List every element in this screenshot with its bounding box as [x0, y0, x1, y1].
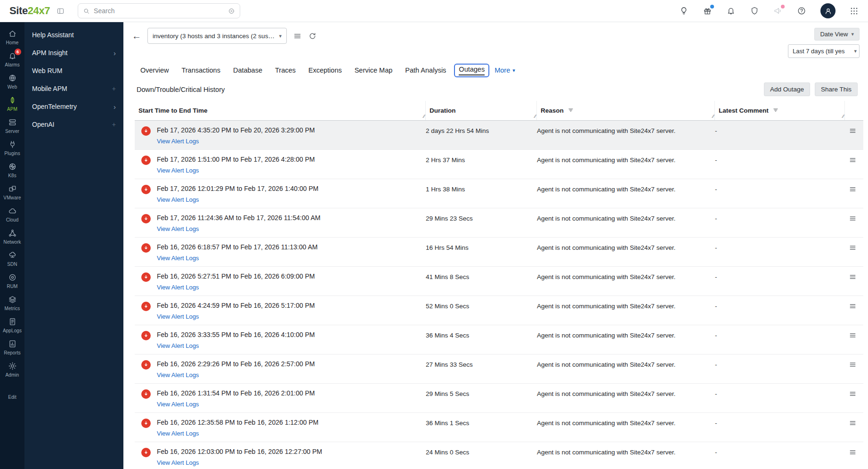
row-actions-icon[interactable] — [849, 448, 857, 456]
sidebar-item-sdn[interactable]: SDN — [0, 247, 24, 270]
column-header-start-time-to-end-time[interactable]: Start Time to End Time ∕∕ — [135, 101, 426, 120]
view-alert-logs-link[interactable]: View Alert Logs — [157, 138, 199, 145]
sidebar-item-plugins[interactable]: Plugins — [0, 137, 24, 159]
outage-comment: - — [715, 296, 845, 325]
outage-row: Feb 16, 2026 3:33:55 PM to Feb 16, 2026 … — [135, 325, 863, 354]
row-actions-icon[interactable] — [849, 390, 857, 398]
view-alert-logs-link[interactable]: View Alert Logs — [157, 196, 199, 203]
filter-icon[interactable] — [568, 107, 575, 114]
tab-more[interactable]: More ▾ — [493, 64, 517, 77]
idea-icon[interactable] — [679, 6, 689, 16]
chevron-right-icon: › — [114, 49, 116, 57]
down-status-icon — [141, 272, 151, 282]
view-alert-logs-link[interactable]: View Alert Logs — [157, 342, 199, 349]
row-actions-icon[interactable] — [849, 361, 857, 369]
sidebar-item-web[interactable]: Web — [0, 70, 24, 92]
search-input[interactable] — [94, 7, 224, 15]
clear-search-icon[interactable] — [228, 8, 235, 15]
flyout-item-mobile-apm[interactable]: Mobile APM + — [24, 80, 123, 98]
row-actions-icon[interactable] — [849, 214, 857, 222]
view-alert-logs-link[interactable]: View Alert Logs — [157, 167, 199, 174]
row-actions-icon[interactable] — [849, 419, 857, 427]
row-actions-icon[interactable] — [849, 127, 857, 135]
sidebar-item-network[interactable]: Network — [0, 225, 24, 247]
back-arrow-icon[interactable]: ← — [132, 31, 141, 41]
monitor-select[interactable]: inventory (3 hosts and 3 instances (2 su… — [147, 28, 287, 44]
whats-new-icon[interactable] — [703, 6, 712, 16]
sidebar-item-rum[interactable]: RUM — [0, 270, 24, 292]
sidebar-item-server[interactable]: Server — [0, 115, 24, 137]
add-outage-button[interactable]: Add Outage — [764, 82, 810, 96]
share-this-button[interactable]: Share This — [815, 82, 858, 96]
list-view-icon[interactable] — [293, 32, 302, 41]
outage-comment: - — [715, 238, 845, 266]
filter-icon[interactable] — [772, 107, 779, 114]
help-icon[interactable] — [797, 6, 806, 16]
sidebar-item-admin[interactable]: Admin — [0, 358, 24, 380]
row-actions-icon[interactable] — [849, 273, 857, 281]
tab-traces[interactable]: Traces — [270, 64, 300, 77]
view-alert-logs-link[interactable]: View Alert Logs — [157, 401, 199, 408]
column-header-latest-comment[interactable]: Latest Comment ∕∕ — [715, 101, 845, 120]
tab-database[interactable]: Database — [228, 64, 267, 77]
outage-duration: 16 Hrs 54 Mins — [426, 238, 537, 266]
sidebar-item-reports[interactable]: Reports — [0, 336, 24, 358]
row-actions-icon[interactable] — [849, 302, 857, 310]
view-alert-logs-link[interactable]: View Alert Logs — [157, 459, 199, 466]
view-alert-logs-link[interactable]: View Alert Logs — [157, 371, 199, 378]
sidebar-item-home[interactable]: Home — [0, 26, 24, 48]
view-alert-logs-link[interactable]: View Alert Logs — [157, 225, 199, 232]
user-avatar[interactable] — [820, 3, 836, 18]
sidebar-item-cloud[interactable]: Cloud — [0, 203, 24, 225]
row-actions-icon[interactable] — [849, 156, 857, 164]
announcements-icon[interactable] — [773, 6, 783, 16]
tab-transactions[interactable]: Transactions — [177, 64, 225, 77]
tab-overview[interactable]: Overview — [136, 64, 173, 77]
sidebar-toggle-icon[interactable] — [57, 7, 65, 15]
sidebar-item-edit[interactable]: Edit — [0, 380, 24, 403]
flyout-item-web-rum[interactable]: Web RUM — [24, 62, 123, 80]
outage-reason: Agent is not communicating with Site24x7… — [537, 384, 715, 412]
tab-service-map[interactable]: Service Map — [350, 64, 397, 77]
sidebar-item-apm[interactable]: APM — [0, 92, 24, 115]
sidebar-item-alarms[interactable]: 6 Alarms — [0, 48, 24, 70]
sidebar-item-k8s[interactable]: K8s — [0, 159, 24, 181]
view-alert-logs-link[interactable]: View Alert Logs — [157, 255, 199, 262]
health-icon[interactable] — [750, 6, 759, 16]
outage-time-range: Feb 16, 2026 12:35:58 PM to Feb 16, 2026… — [157, 419, 318, 426]
view-alert-logs-link[interactable]: View Alert Logs — [157, 284, 199, 291]
apps-grid-icon[interactable] — [850, 7, 859, 16]
outage-row: Feb 16, 2026 12:03:00 PM to Feb 16, 2026… — [135, 442, 863, 469]
refresh-icon[interactable] — [308, 32, 317, 41]
sidebar-item-vmware[interactable]: VMware — [0, 181, 24, 203]
flyout-item-apm-insight[interactable]: APM Insight › — [24, 44, 123, 62]
sidebar-item-metrics[interactable]: Metrics — [0, 292, 24, 314]
outage-duration: 29 Mins 23 Secs — [426, 208, 537, 237]
outage-duration: 2 days 22 Hrs 54 Mins — [426, 121, 537, 149]
outage-comment: - — [715, 121, 845, 149]
row-actions-icon[interactable] — [849, 331, 857, 339]
outage-row: Feb 17, 2026 12:01:29 PM to Feb 17, 2026… — [135, 179, 863, 208]
caret-down-icon: ▾ — [854, 49, 857, 54]
outage-time-range: Feb 16, 2026 5:27:51 PM to Feb 16, 2026 … — [157, 272, 315, 280]
logo-site-text: Site — [9, 5, 28, 16]
flyout-item-help-assistant[interactable]: Help Assistant — [24, 26, 123, 44]
date-view-button[interactable]: Date View ▾ — [814, 28, 860, 41]
column-header-reason[interactable]: Reason ∕∕ — [537, 101, 715, 120]
tab-outages[interactable]: Outages — [454, 64, 489, 77]
notifications-icon[interactable] — [726, 6, 736, 16]
tab-exceptions[interactable]: Exceptions — [304, 64, 347, 77]
down-status-icon — [141, 360, 151, 370]
flyout-item-openai[interactable]: OpenAI + — [24, 115, 123, 133]
flyout-item-opentelemetry[interactable]: OpenTelemetry › — [24, 98, 123, 115]
row-actions-icon[interactable] — [849, 244, 857, 252]
sidebar-item-applogs[interactable]: AppLogs — [0, 314, 24, 336]
view-alert-logs-link[interactable]: View Alert Logs — [157, 313, 199, 320]
column-header-duration[interactable]: Duration ∕∕ — [426, 101, 537, 120]
time-period-select[interactable]: Last 7 days (till yes ▾ — [788, 44, 860, 58]
notification-dot — [710, 5, 714, 8]
view-alert-logs-link[interactable]: View Alert Logs — [157, 430, 199, 437]
global-search[interactable] — [78, 3, 240, 18]
row-actions-icon[interactable] — [849, 185, 857, 193]
tab-path-analysis[interactable]: Path Analysis — [400, 64, 451, 77]
